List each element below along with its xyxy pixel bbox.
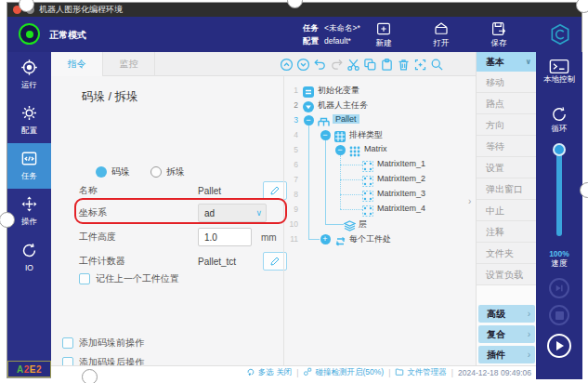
palette-item-payload[interactable]: 设置负载 bbox=[477, 264, 536, 285]
palette-item-direction[interactable]: 方向 bbox=[477, 114, 536, 136]
open-button[interactable]: 打开 bbox=[423, 20, 460, 49]
code-window-icon bbox=[20, 150, 38, 169]
palette-item-comment[interactable]: 注释 bbox=[477, 221, 536, 243]
copy-icon[interactable] bbox=[362, 57, 377, 72]
io-cycle-icon bbox=[20, 242, 38, 261]
counter-value: Pallet_tct bbox=[198, 257, 236, 267]
file-manager-status[interactable]: 文件管理器 bbox=[395, 367, 447, 378]
delete-icon[interactable] bbox=[396, 57, 411, 72]
tree-row-matrix-item[interactable]: 8 MatrixItem_3 bbox=[284, 187, 476, 202]
frame-dropdown[interactable]: ad ∨ bbox=[198, 204, 267, 222]
tree-row-each-part[interactable]: 11 + 每个工件处 bbox=[284, 231, 476, 246]
palette-group-advanced[interactable]: 高级› bbox=[478, 305, 535, 323]
remember-checkbox[interactable]: 记住上一个工件位置 bbox=[79, 272, 179, 285]
multiselect-status[interactable]: 多选 关闭 bbox=[246, 367, 292, 378]
tree-row-layers[interactable]: 10 层 bbox=[284, 217, 476, 231]
tree-row-matrix[interactable]: 5 − Matrix bbox=[284, 142, 476, 157]
nav-item-task[interactable]: 任务 bbox=[7, 143, 51, 189]
local-control-button[interactable]: 本地控制 bbox=[536, 59, 582, 86]
tab-monitor[interactable]: 监控 bbox=[103, 52, 155, 76]
save-icon bbox=[480, 20, 517, 37]
panel-expand-handle[interactable]: › bbox=[468, 196, 471, 206]
loop-cycle-icon bbox=[536, 105, 582, 124]
separator: | bbox=[451, 368, 453, 377]
nav-item-operate[interactable]: 操作 bbox=[7, 189, 51, 234]
radio-palletize[interactable]: 码垛 bbox=[96, 165, 130, 178]
palette-item-set[interactable]: 设置 bbox=[477, 157, 536, 178]
undo-icon[interactable] bbox=[312, 57, 327, 72]
tree-row-pallet[interactable]: 3 − Pallet bbox=[284, 112, 476, 127]
gear-icon bbox=[20, 104, 38, 124]
run-target-icon bbox=[20, 59, 38, 78]
pre-op-checkbox[interactable]: 添加码垛前操作 bbox=[62, 337, 144, 350]
speed-readout: 100% 速度 bbox=[536, 249, 582, 270]
palette-group-basic[interactable]: 基本 ∨ bbox=[477, 52, 536, 72]
pencil-icon bbox=[269, 256, 281, 267]
expand-node-icon[interactable]: + bbox=[320, 234, 331, 244]
palette-item-move[interactable]: 移动 bbox=[477, 72, 536, 93]
chevron-right-icon: › bbox=[528, 346, 530, 363]
step-button[interactable] bbox=[549, 278, 569, 298]
nav-item-run[interactable]: 运行 bbox=[7, 52, 51, 98]
window-title: 机器人图形化编程环境 bbox=[39, 4, 123, 16]
palette-group-composite[interactable]: 复合› bbox=[478, 325, 535, 343]
expand-all-icon[interactable] bbox=[295, 57, 310, 72]
palette-item-folder[interactable]: 文件夹 bbox=[477, 243, 536, 264]
tree-row-matrix-item[interactable]: 9 MatrixItem_4 bbox=[284, 202, 476, 217]
tree-row-init-vars[interactable]: 1 初始化变量 bbox=[284, 83, 476, 98]
tree-row-main-task[interactable]: 2 机器人主任务 bbox=[284, 98, 476, 112]
pencil-icon bbox=[269, 185, 281, 196]
search-icon[interactable] bbox=[429, 57, 444, 72]
terminal-icon bbox=[536, 59, 582, 74]
cut-icon[interactable] bbox=[346, 57, 360, 72]
collapse-node-icon[interactable]: − bbox=[304, 115, 314, 125]
app-window: 机器人图形化编程环境 正常模式 任务<未命名>* 配置default* 新建 打… bbox=[7, 2, 582, 378]
palette-item-abort[interactable]: 中止 bbox=[477, 200, 536, 221]
checkbox-icon bbox=[79, 273, 90, 284]
annotation-handle bbox=[82, 369, 98, 383]
brand-badge: A 2 E 2 bbox=[7, 361, 51, 377]
tab-instruction[interactable]: 指令 bbox=[51, 52, 103, 76]
chevron-right-icon: › bbox=[528, 305, 530, 323]
tree-row-matrix-item[interactable]: 6 MatrixItem_1 bbox=[284, 157, 476, 172]
height-row: 工件高度 mm bbox=[79, 228, 170, 246]
stop-icon bbox=[555, 307, 564, 324]
collapse-node-icon[interactable]: − bbox=[320, 130, 331, 140]
fit-view-icon[interactable] bbox=[412, 57, 427, 72]
task-label: 任务 bbox=[303, 23, 319, 33]
page-title: 码垛 / 拆垛 bbox=[82, 89, 137, 105]
instruction-palette: 基本 ∨ 移动 路点 方向 等待 设置 弹出窗口 中止 注释 文件夹 设置负载 … bbox=[476, 52, 536, 365]
collapse-all-icon[interactable] bbox=[279, 57, 294, 72]
height-input[interactable] bbox=[198, 228, 252, 246]
palette-item-popup[interactable]: 弹出窗口 bbox=[477, 178, 536, 200]
tree-row-matrix-item[interactable]: 7 MatrixItem_2 bbox=[284, 172, 476, 187]
separator: | bbox=[296, 368, 298, 377]
redo-icon[interactable] bbox=[329, 57, 344, 72]
loop-button[interactable]: 循环 bbox=[536, 105, 582, 135]
separator: | bbox=[388, 368, 390, 377]
counter-row: 工件计数器 Pallet_tct bbox=[79, 252, 170, 271]
tree-row-pattern-type[interactable]: 4 − 排样类型 bbox=[284, 127, 476, 142]
edit-toolbar bbox=[279, 57, 444, 72]
collision-status[interactable]: 碰撞检测开启(50%) bbox=[303, 367, 384, 378]
nav-item-config[interactable]: 配置 bbox=[7, 98, 51, 143]
slider-thumb[interactable] bbox=[553, 143, 566, 156]
program-tree: 1 初始化变量 2 机器人主任务 3 − Pallet 4 − 排样类型 bbox=[283, 76, 476, 365]
paste-icon[interactable] bbox=[379, 57, 394, 72]
mode-radio-group: 码垛 拆垛 bbox=[96, 165, 185, 178]
brand-logo-icon bbox=[548, 22, 572, 50]
palette-item-wait[interactable]: 等待 bbox=[477, 136, 536, 157]
radio-depalletize[interactable]: 拆垛 bbox=[150, 165, 185, 178]
config-label: 配置 bbox=[303, 36, 319, 46]
save-button[interactable]: 保存 bbox=[480, 20, 517, 49]
open-file-icon bbox=[423, 20, 460, 37]
speed-slider[interactable] bbox=[556, 145, 562, 236]
palette-item-waypoint[interactable]: 路点 bbox=[477, 93, 536, 114]
play-button[interactable] bbox=[547, 334, 571, 358]
collapse-node-icon[interactable]: − bbox=[335, 145, 346, 155]
app-header: 正常模式 任务<未命名>* 配置default* 新建 打开 保存 bbox=[7, 17, 581, 52]
stop-button[interactable] bbox=[549, 305, 569, 325]
nav-item-io[interactable]: IO bbox=[7, 234, 51, 280]
palette-group-plugin[interactable]: 插件› bbox=[478, 346, 535, 363]
new-button[interactable]: 新建 bbox=[365, 20, 402, 49]
